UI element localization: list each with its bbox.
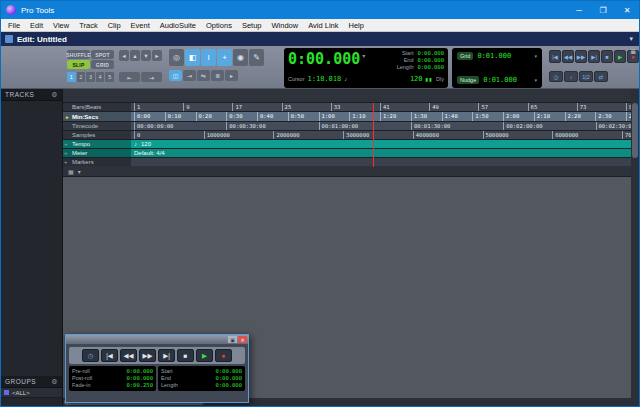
audio-zoom-button[interactable]: ▲: [130, 50, 140, 61]
menu-file[interactable]: File: [3, 21, 25, 30]
ruler-track-meter[interactable]: Default: 4/4: [131, 149, 633, 157]
return-to-zero-button[interactable]: |◀: [549, 50, 561, 63]
group-item-all[interactable]: <ALL>: [1, 388, 62, 398]
grid-mode-button[interactable]: GRID: [91, 60, 114, 69]
end-value[interactable]: 0:00.000: [182, 375, 242, 382]
scrubber-tool-button[interactable]: ◉: [233, 49, 248, 66]
length-value[interactable]: 0:00.000: [182, 382, 242, 389]
menu-clip[interactable]: Clip: [103, 21, 126, 30]
nudge-caret-icon[interactable]: ▾: [534, 77, 537, 83]
start-value[interactable]: 0:00.000: [182, 368, 242, 375]
add-meter-icon[interactable]: +: [64, 149, 68, 158]
edit-window-menu-icon[interactable]: ▾: [629, 35, 633, 43]
playhead-cursor[interactable]: [373, 103, 374, 167]
main-counter-caret-icon[interactable]: ▾: [362, 52, 365, 59]
grid-value[interactable]: 0:01.000: [477, 52, 511, 60]
length-value[interactable]: 0:00.000: [418, 64, 445, 71]
ruler-row-samples[interactable]: Samples010000002000000300000040000005000…: [63, 131, 633, 140]
tracks-header[interactable]: TRACKS ⚙: [1, 89, 62, 101]
vertical-scrollbar[interactable]: [631, 89, 639, 406]
menu-event[interactable]: Event: [126, 21, 155, 30]
close-button[interactable]: ✕: [615, 1, 639, 19]
online-button[interactable]: ◷: [549, 71, 563, 82]
nudge-label[interactable]: Nudge: [457, 76, 479, 84]
ruler-track-markers[interactable]: [131, 158, 633, 166]
menu-help[interactable]: Help: [343, 21, 368, 30]
ruler-label-min-secs[interactable]: ▸Min:Secs: [63, 112, 131, 121]
insertion-follows-playback-button[interactable]: ▸: [225, 70, 238, 81]
zoomer-tool-button[interactable]: ◎: [169, 49, 184, 66]
transport-close-button[interactable]: ✕: [238, 336, 247, 343]
fade-in-value[interactable]: 0:00.250: [96, 382, 153, 389]
maximize-button[interactable]: ❐: [591, 1, 615, 19]
toolbar-menu-icon[interactable]: ≣: [630, 48, 636, 56]
menu-setup[interactable]: Setup: [237, 21, 267, 30]
link-track-edit-button[interactable]: ≣: [211, 70, 224, 81]
horizontal-zoom-in-button[interactable]: ►: [152, 50, 162, 61]
tab-to-transient-button[interactable]: ⇥: [183, 70, 196, 81]
minimize-button[interactable]: ─: [567, 1, 591, 19]
transport-titlebar[interactable]: ▣ ✕: [66, 335, 248, 344]
fast-forward-button[interactable]: ▶▶: [139, 349, 156, 362]
zoom-preset-3-button[interactable]: 3: [86, 72, 95, 82]
ruler-track-timecode[interactable]: 00:00:00:0000:00:30:0000:01:00:0000:01:3…: [131, 122, 633, 130]
shuffle-mode-button[interactable]: SHUFFLE: [67, 50, 90, 59]
vertical-scrollbar-thumb[interactable]: [632, 103, 638, 158]
zoom-preset-4-button[interactable]: 4: [96, 72, 105, 82]
ruler-row-meter[interactable]: +MeterDefault: 4/4: [63, 149, 633, 158]
ruler-row-min-secs[interactable]: ▸Min:Secs0:000:100:200:300:400:501:001:1…: [63, 112, 633, 122]
count-off-button[interactable]: 1|2: [579, 71, 593, 82]
ruler-row-timecode[interactable]: Timecode00:00:00:0000:00:30:0000:01:00:0…: [63, 122, 633, 131]
ruler-row-bars-beats[interactable]: Bars|Beats19172533414957657381: [63, 103, 633, 112]
metronome-button[interactable]: ♪: [564, 71, 578, 82]
tempo-value[interactable]: 120: [410, 75, 423, 83]
ruler-track-tempo[interactable]: ♪120: [131, 140, 633, 148]
ruler-track-samples[interactable]: 0100000020000003000000400000050000006000…: [131, 131, 633, 139]
ruler-label-timecode[interactable]: Timecode: [63, 122, 131, 130]
menu-window[interactable]: Window: [267, 21, 304, 30]
ruler-row-tempo[interactable]: +Tempo♪120: [63, 140, 633, 149]
end-value[interactable]: 0:00.000: [418, 57, 445, 64]
rewind-button[interactable]: ◀◀: [562, 50, 574, 63]
stop-button[interactable]: ■: [177, 349, 194, 362]
zoom-preset-1-button[interactable]: 1: [67, 72, 76, 82]
grid-caret-icon[interactable]: ▾: [534, 53, 537, 59]
ruler-track-min-secs[interactable]: 0:000:100:200:300:400:501:001:101:201:30…: [131, 112, 633, 121]
groups-gear-icon[interactable]: ⚙: [51, 378, 58, 386]
zoom-preset-5-button[interactable]: 5: [105, 72, 114, 82]
midi-zoom-button[interactable]: ▼: [141, 50, 151, 61]
ruler-label-meter[interactable]: +Meter: [63, 149, 131, 157]
stop-button[interactable]: ■: [601, 50, 613, 63]
play-button[interactable]: ▶: [196, 349, 213, 362]
ruler-track-bars-beats[interactable]: 19172533414957657381: [131, 103, 633, 111]
titlebar[interactable]: Pro Tools ─ ❐ ✕: [1, 1, 639, 19]
online-button[interactable]: ◷: [82, 349, 99, 362]
record-button[interactable]: ●: [215, 349, 232, 362]
track-view-icon[interactable]: ▦: [68, 168, 74, 175]
zoom-toggle-button[interactable]: ◫: [169, 70, 182, 81]
midi-merge-button[interactable]: ⇄: [594, 71, 608, 82]
tracks-gear-icon[interactable]: ⚙: [51, 91, 58, 99]
start-value[interactable]: 0:00.000: [418, 50, 445, 57]
main-counter[interactable]: 0:00.000: [288, 50, 360, 69]
post-roll-value[interactable]: 0:00.000: [96, 375, 153, 382]
spot-mode-button[interactable]: SPOT: [91, 50, 114, 59]
ruler-label-samples[interactable]: Samples: [63, 131, 131, 139]
menu-options[interactable]: Options: [201, 21, 237, 30]
fast-forward-button[interactable]: ▶▶: [575, 50, 587, 63]
zoom-preset-2-button[interactable]: 2: [77, 72, 86, 82]
tracks-list[interactable]: [1, 101, 62, 372]
ruler-menu-caret-icon[interactable]: ▾: [78, 168, 81, 175]
trim-tool-button[interactable]: ◧: [185, 49, 200, 66]
ruler-label-tempo[interactable]: +Tempo: [63, 140, 131, 148]
grabber-tool-button[interactable]: +: [217, 49, 232, 66]
trim-start-to-insertion-button[interactable]: ⇤: [119, 72, 140, 82]
pre-roll-value[interactable]: 0:00.000: [96, 368, 153, 375]
selector-tool-button[interactable]: I: [201, 49, 216, 66]
ruler-label-markers[interactable]: +Markers: [63, 158, 131, 166]
menu-avid-link[interactable]: Avid Link: [303, 21, 343, 30]
transport-expand-icon[interactable]: ▣: [228, 336, 237, 343]
ruler-label-bars-beats[interactable]: Bars|Beats: [63, 103, 131, 111]
groups-header[interactable]: GROUPS ⚙: [1, 376, 62, 388]
return-to-zero-button[interactable]: |◀: [101, 349, 118, 362]
